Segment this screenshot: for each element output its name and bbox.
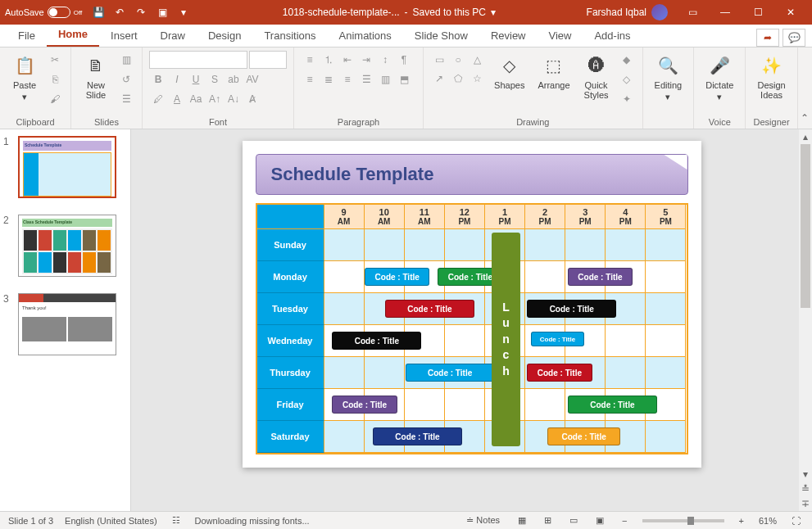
quick-styles-button[interactable]: 🅐Quick Styles <box>578 51 615 102</box>
slide-sorter-icon[interactable]: ⊞ <box>541 515 555 526</box>
minimize-icon[interactable]: ― <box>709 0 742 25</box>
schedule-cell[interactable] <box>405 389 445 421</box>
schedule-cell[interactable] <box>646 293 686 325</box>
schedule-cell[interactable] <box>646 261 686 293</box>
italic-button[interactable]: I <box>168 70 186 88</box>
tab-animations[interactable]: Animations <box>328 25 403 47</box>
layout-icon[interactable]: ▥ <box>117 51 135 69</box>
slide-canvas[interactable]: Schedule Template 9AM 10AM 11AM 12PM 1PM… <box>243 141 701 468</box>
schedule-cell[interactable] <box>445 325 485 357</box>
undo-icon[interactable]: ↶ <box>111 4 128 20</box>
schedule-cell[interactable] <box>324 421 365 453</box>
next-slide-icon[interactable]: ∓ <box>799 496 812 511</box>
code-title-box[interactable]: Code : Title <box>531 332 583 346</box>
maximize-icon[interactable]: ☐ <box>742 0 774 25</box>
fit-to-window-icon[interactable]: ⛶ <box>788 516 804 526</box>
slide-thumbnail-2[interactable]: Class Schedule Template <box>18 215 116 277</box>
schedule-cell[interactable] <box>405 229 445 261</box>
save-icon[interactable]: 💾 <box>90 4 107 20</box>
align-left-icon[interactable]: ≡ <box>301 70 319 88</box>
user-account[interactable]: Farshad Iqbal <box>587 4 668 20</box>
collapse-ribbon-icon[interactable]: ⌃ <box>798 47 812 129</box>
tab-transitions[interactable]: Transitions <box>252 25 327 47</box>
redo-icon[interactable]: ↷ <box>133 4 149 20</box>
code-title-box[interactable]: Code : Title <box>568 396 657 414</box>
schedule-table[interactable]: 9AM 10AM 11AM 12PM 1PM 2PM 3PM 4PM 5PM S… <box>256 203 688 454</box>
share-button[interactable]: ➦ <box>756 29 779 47</box>
shape-effects-icon[interactable]: ✦ <box>618 90 636 108</box>
slide-thumbnail-3[interactable]: Thank you! <box>18 293 116 355</box>
slide-editor[interactable]: Schedule Template 9AM 10AM 11AM 12PM 1PM… <box>131 129 812 511</box>
code-title-box[interactable]: Code : Title <box>365 268 429 286</box>
zoom-in-button[interactable]: + <box>736 516 747 526</box>
cut-icon[interactable]: ✂ <box>46 51 64 69</box>
font-color-icon[interactable]: A <box>168 90 186 108</box>
change-case-button[interactable]: Aa <box>187 90 205 108</box>
normal-view-icon[interactable]: ▦ <box>515 515 529 526</box>
scroll-down-icon[interactable]: ▾ <box>799 467 812 482</box>
schedule-cell[interactable] <box>365 357 405 389</box>
slide-title-box[interactable]: Schedule Template <box>256 154 688 195</box>
tab-draw[interactable]: Draw <box>149 25 197 47</box>
schedule-cell[interactable] <box>646 357 686 389</box>
clear-format-button[interactable]: A̷ <box>243 90 261 108</box>
lunch-box[interactable]: Lunch <box>492 233 521 446</box>
grow-font-button[interactable]: A↑ <box>206 90 224 108</box>
spacing-button[interactable]: AV <box>243 70 261 88</box>
qat-more-icon[interactable]: ▾ <box>175 4 192 20</box>
reset-icon[interactable]: ↺ <box>117 70 135 88</box>
editing-button[interactable]: 🔍Editing▾ <box>650 51 687 104</box>
code-title-box[interactable]: Code : Title <box>406 364 495 382</box>
text-direction-icon[interactable]: ¶ <box>395 51 413 69</box>
accessibility-icon[interactable]: ☷ <box>169 515 184 526</box>
shrink-font-button[interactable]: A↓ <box>225 90 243 108</box>
language-status[interactable]: English (United States) <box>65 516 157 526</box>
font-family-select[interactable] <box>149 51 247 69</box>
schedule-cell[interactable] <box>324 357 365 389</box>
slide-position[interactable]: Slide 1 of 3 <box>8 516 53 526</box>
smartart-icon[interactable]: ⬒ <box>395 70 413 88</box>
reading-view-icon[interactable]: ▭ <box>566 515 581 526</box>
autosave-toggle[interactable]: AutoSave Off <box>5 7 82 18</box>
numbering-icon[interactable]: ⒈ <box>320 51 338 69</box>
schedule-cell[interactable] <box>606 325 646 357</box>
format-painter-icon[interactable]: 🖌 <box>46 90 64 108</box>
shape-outline-icon[interactable]: ◇ <box>618 70 636 88</box>
paste-button[interactable]: 📋 Paste▾ <box>7 51 43 104</box>
indent-decrease-icon[interactable]: ⇤ <box>338 51 356 69</box>
scroll-thumb[interactable] <box>801 144 810 308</box>
schedule-cell[interactable] <box>324 261 365 293</box>
shape-fill-icon[interactable]: ◆ <box>618 51 636 69</box>
align-center-icon[interactable]: ≣ <box>320 70 338 88</box>
schedule-cell[interactable] <box>646 421 686 453</box>
code-title-box[interactable]: Code : Title <box>373 427 462 445</box>
columns-icon[interactable]: ▥ <box>376 70 394 88</box>
design-ideas-button[interactable]: ✨Design Ideas <box>752 51 790 102</box>
underline-button[interactable]: U <box>187 70 205 88</box>
schedule-cell[interactable] <box>525 389 565 421</box>
align-right-icon[interactable]: ≡ <box>338 70 356 88</box>
schedule-cell[interactable] <box>365 229 405 261</box>
shape-gallery[interactable]: ▭○△ ↗⬠☆ <box>430 51 486 88</box>
scroll-up-icon[interactable]: ▴ <box>799 129 812 144</box>
code-title-box[interactable]: Code : Title <box>527 300 616 318</box>
font-size-select[interactable] <box>249 51 287 69</box>
tab-design[interactable]: Design <box>197 25 252 47</box>
tab-slideshow[interactable]: Slide Show <box>403 25 479 47</box>
bold-button[interactable]: B <box>149 70 167 88</box>
indent-increase-icon[interactable]: ⇥ <box>357 51 375 69</box>
arrange-button[interactable]: ⬚Arrange <box>533 51 574 92</box>
tab-addins[interactable]: Add-ins <box>583 25 642 47</box>
highlight-icon[interactable]: 🖊 <box>149 90 167 108</box>
zoom-level[interactable]: 61% <box>759 516 777 526</box>
strike-button[interactable]: S <box>206 70 224 88</box>
code-title-box[interactable]: Code : Title <box>332 332 421 350</box>
schedule-cell[interactable] <box>525 229 565 261</box>
notes-button[interactable]: ≐ Notes <box>463 515 503 526</box>
schedule-cell[interactable] <box>445 229 485 261</box>
vertical-scrollbar[interactable]: ▴ ▾ ≛ ∓ <box>799 129 812 511</box>
zoom-slider[interactable] <box>642 519 724 522</box>
code-title-box[interactable]: Code : Title <box>568 268 633 286</box>
schedule-cell[interactable] <box>525 261 565 293</box>
schedule-cell[interactable] <box>646 325 686 357</box>
